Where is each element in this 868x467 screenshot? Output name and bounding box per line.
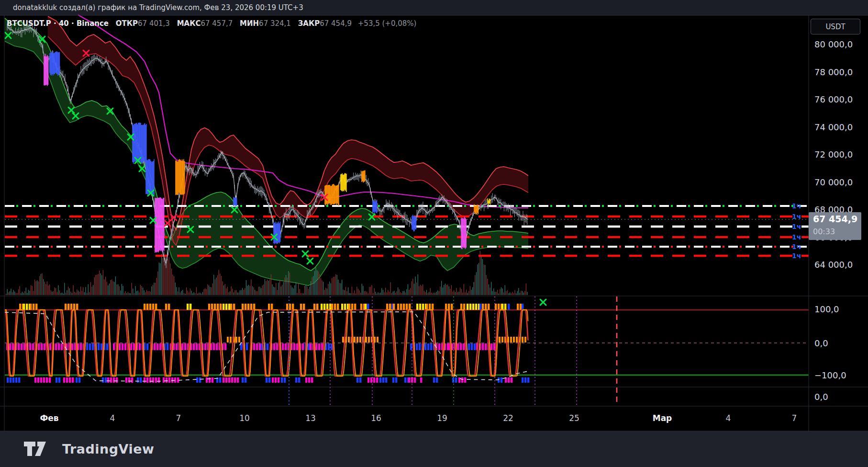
osc-marker [230,337,232,342]
buy-x-mark [302,251,308,257]
osc-marker [34,377,36,383]
osc-marker [19,304,21,310]
osc-marker [149,304,151,310]
osc-marker [310,343,312,350]
osc-marker [508,377,510,383]
osc-marker [89,343,91,350]
osc-marker [76,304,78,310]
osc-marker [468,343,470,350]
osc-marker [326,304,328,310]
osc-marker [208,304,210,310]
osc-marker [379,377,381,383]
osc-marker [365,304,367,310]
osc-marker [516,337,518,342]
osc-marker [124,343,126,350]
osc-marker [137,377,139,383]
osc-marker [155,377,157,383]
osc-marker [168,304,170,310]
osc-marker [342,337,344,342]
osc-marker [246,343,248,350]
osc-marker [498,304,500,310]
osc-marker [389,304,391,310]
osc-marker [302,343,304,350]
osc-marker [334,304,336,310]
osc-marker [220,304,222,310]
osc-marker [223,377,224,383]
osc-marker [344,304,346,310]
osc-marker [501,304,503,310]
osc-marker [199,377,201,383]
osc-marker [469,304,471,310]
osc-marker [242,377,244,383]
price-tick-label: 78 000,0 [814,67,853,77]
osc-marker [66,377,68,383]
osc-marker [131,377,133,383]
osc-marker [321,304,323,310]
oscillator-tick-label: −100,0 [814,370,846,380]
osc-marker [105,377,107,383]
oscillator-tick-label: 100,0 [814,304,839,314]
osc-marker [116,377,118,383]
osc-marker [460,343,462,350]
osc-marker [227,337,229,342]
osc-marker [397,304,399,310]
osc-marker [416,343,418,350]
osc-marker [211,377,213,383]
osc-marker [511,377,512,383]
osc-marker [331,304,333,310]
osc-marker [315,343,317,350]
osc-marker [33,304,34,310]
osc-marker [284,377,286,383]
last-price-value: 67 454,9 [813,212,861,226]
osc-marker [98,343,100,350]
osc-marker [154,343,156,350]
osc-marker [159,343,161,350]
osc-marker [356,337,358,342]
osc-marker [219,377,221,383]
osc-marker [517,304,519,310]
level-timeframe-label: 1ч [792,233,801,241]
colored-candle-cluster [274,221,280,244]
osc-marker [409,304,411,310]
currency-toggle-button[interactable]: USDT [811,19,860,34]
osc-marker [184,343,186,350]
level-timeframe-label: 1ч [792,243,801,251]
osc-marker [504,304,506,310]
price-tick-label: 64 000,0 [814,260,853,270]
osc-marker [510,337,512,342]
osc-marker [12,343,14,350]
osc-marker [463,304,465,310]
osc-marker [475,304,477,310]
osc-marker [18,377,20,383]
osc-marker [92,343,94,350]
osc-marker [520,304,522,310]
level-timeframe-label: 1ч [792,252,801,260]
osc-marker [382,377,384,383]
osc-marker [373,377,375,383]
osc-marker [282,343,284,350]
osc-marker [242,304,244,310]
osc-marker [493,343,495,350]
osc-marker [166,377,167,383]
osc-marker [356,377,358,383]
osc-marker [40,377,42,383]
osc-marker [253,304,255,310]
osc-marker [225,377,227,383]
colored-candle-cluster [461,216,466,249]
osc-marker [328,343,330,350]
osc-marker [223,304,224,310]
osc-marker [209,377,211,383]
osc-marker [247,304,249,310]
osc-marker [113,377,115,383]
osc-marker [216,343,218,350]
osc-marker [351,304,353,310]
tradingview-logo[interactable]: TradingView [24,440,155,457]
osc-marker [163,377,165,383]
osc-marker [146,377,148,383]
chart-canvas[interactable] [0,0,868,467]
osc-marker [298,377,300,383]
osc-marker [464,377,466,383]
osc-marker [267,343,268,350]
osc-marker [367,304,369,310]
osc-marker [323,304,325,310]
